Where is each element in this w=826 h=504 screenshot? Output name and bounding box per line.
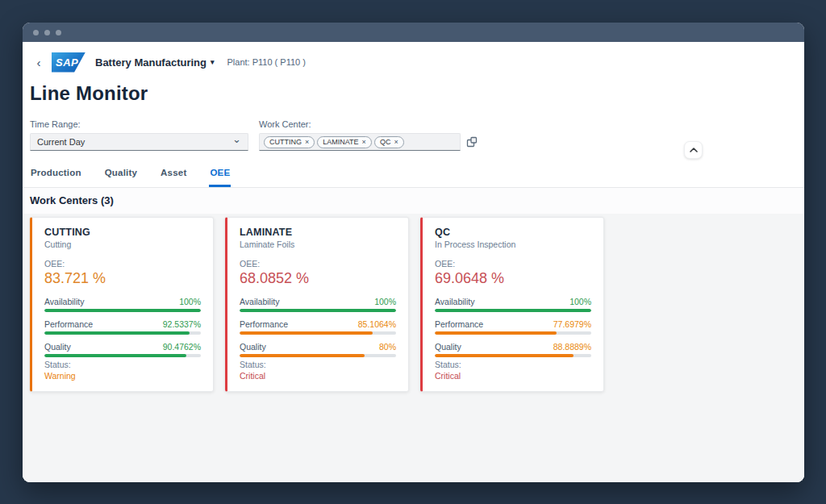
progress-bar bbox=[435, 309, 591, 312]
progress-bar bbox=[44, 331, 201, 335]
token-remove-icon[interactable]: × bbox=[394, 138, 398, 146]
kpi-quality: Quality 80% bbox=[240, 342, 396, 357]
token-cutting[interactable]: CUTTING × bbox=[264, 136, 315, 148]
page-title: Line Monitor bbox=[23, 74, 804, 105]
kpi-performance: Performance 92.5337% bbox=[44, 319, 201, 335]
time-range-label: Time Range: bbox=[30, 119, 248, 129]
kpi-value: 100% bbox=[569, 297, 591, 306]
kpi-value: 88.8889% bbox=[553, 342, 591, 352]
browser-window: ‹ SAP Battery Manufacturing ▾ Plant: P11… bbox=[23, 23, 804, 482]
oee-value: 83.721 % bbox=[44, 270, 201, 287]
progress-bar bbox=[44, 309, 201, 312]
card-title: CUTTING bbox=[44, 227, 201, 238]
kpi-value: 85.1064% bbox=[358, 319, 396, 329]
app-title-dropdown[interactable]: Battery Manufacturing ▾ bbox=[95, 56, 215, 69]
card-description: In Process Inspection bbox=[435, 240, 591, 249]
status-label: Status: bbox=[240, 360, 396, 369]
status-label: Status: bbox=[435, 360, 591, 369]
progress-bar bbox=[240, 309, 396, 312]
token-qc[interactable]: QC × bbox=[374, 136, 404, 148]
kpi-value: 100% bbox=[179, 297, 201, 306]
work-center-card-laminate[interactable]: LAMINATE Laminate Foils OEE: 68.0852 % A… bbox=[225, 217, 409, 392]
time-range-filter: Time Range: Current Day ⌄ bbox=[30, 119, 248, 151]
section-title: Work Centers (3) bbox=[23, 188, 804, 214]
status-badge: Warning bbox=[44, 371, 201, 381]
status-block: Status: Critical bbox=[435, 360, 591, 381]
kpi-availability: Availability 100% bbox=[435, 297, 591, 312]
work-center-card-qc[interactable]: QC In Process Inspection OEE: 69.0648 % … bbox=[420, 217, 604, 392]
window-control-dot[interactable] bbox=[44, 30, 50, 35]
work-center-card-cutting[interactable]: CUTTING Cutting OEE: 83.721 % Availabili… bbox=[30, 217, 214, 392]
app-content: ‹ SAP Battery Manufacturing ▾ Plant: P11… bbox=[23, 42, 804, 482]
progress-bar bbox=[435, 354, 591, 357]
work-center-label: Work Center: bbox=[259, 119, 478, 129]
kpi-performance: Performance 85.1064% bbox=[240, 319, 396, 335]
tab-bar: Production Quality Asset OEE bbox=[23, 162, 804, 188]
work-center-filter: Work Center: CUTTING × LAMINATE × QC bbox=[259, 119, 478, 151]
status-badge: Critical bbox=[240, 371, 396, 381]
window-titlebar bbox=[23, 23, 804, 42]
progress-bar bbox=[44, 354, 201, 357]
kpi-value: 90.4762% bbox=[163, 342, 201, 352]
oee-value: 68.0852 % bbox=[240, 270, 396, 287]
shell-header: ‹ SAP Battery Manufacturing ▾ Plant: P11… bbox=[23, 42, 804, 74]
kpi-performance: Performance 77.6979% bbox=[435, 319, 591, 335]
kpi-value: 77.6979% bbox=[553, 319, 591, 329]
window-control-dot[interactable] bbox=[56, 30, 61, 35]
tab-asset[interactable]: Asset bbox=[160, 162, 187, 187]
kpi-value: 80% bbox=[379, 342, 396, 352]
card-description: Laminate Foils bbox=[240, 240, 396, 249]
status-label: Status: bbox=[44, 360, 201, 369]
token-remove-icon[interactable]: × bbox=[305, 138, 309, 146]
collapse-header-button[interactable] bbox=[684, 141, 703, 159]
card-description: Cutting bbox=[44, 240, 201, 249]
oee-label: OEE: bbox=[44, 259, 201, 269]
kpi-availability: Availability 100% bbox=[44, 297, 201, 312]
time-range-select[interactable]: Current Day ⌄ bbox=[30, 133, 248, 151]
kpi-value: 100% bbox=[374, 297, 396, 306]
work-center-input[interactable]: CUTTING × LAMINATE × QC × bbox=[259, 133, 461, 151]
kpi-quality: Quality 90.4762% bbox=[44, 342, 201, 357]
status-block: Status: Critical bbox=[240, 360, 396, 381]
plant-label: Plant: P110 ( P110 ) bbox=[227, 57, 306, 67]
chevron-down-icon: ▾ bbox=[211, 58, 215, 66]
app-title-label: Battery Manufacturing bbox=[95, 56, 206, 69]
tab-quality[interactable]: Quality bbox=[104, 162, 138, 187]
work-center-card-area: CUTTING Cutting OEE: 83.721 % Availabili… bbox=[23, 214, 804, 482]
token-laminate[interactable]: LAMINATE × bbox=[317, 136, 372, 148]
kpi-value: 92.5337% bbox=[163, 319, 201, 329]
status-badge: Critical bbox=[435, 371, 591, 381]
chevron-down-icon: ⌄ bbox=[232, 135, 241, 144]
oee-label: OEE: bbox=[435, 259, 591, 269]
value-help-icon[interactable] bbox=[466, 136, 478, 148]
oee-label: OEE: bbox=[240, 259, 396, 269]
progress-bar bbox=[240, 331, 396, 335]
sap-logo: SAP bbox=[52, 52, 86, 73]
progress-bar bbox=[435, 331, 591, 335]
tab-production[interactable]: Production bbox=[30, 162, 82, 187]
back-button[interactable]: ‹ bbox=[29, 52, 48, 72]
progress-bar bbox=[240, 354, 396, 357]
time-range-value: Current Day bbox=[37, 137, 232, 147]
chevron-up-icon bbox=[690, 148, 698, 152]
card-title: LAMINATE bbox=[240, 227, 396, 238]
window-control-dot[interactable] bbox=[33, 30, 39, 35]
kpi-availability: Availability 100% bbox=[240, 297, 396, 312]
tab-zone: Production Quality Asset OEE bbox=[23, 162, 804, 188]
status-block: Status: Warning bbox=[44, 360, 201, 381]
back-chevron-icon: ‹ bbox=[37, 56, 41, 69]
kpi-quality: Quality 88.8889% bbox=[435, 342, 591, 357]
token-remove-icon[interactable]: × bbox=[362, 138, 366, 146]
oee-value: 69.0648 % bbox=[435, 270, 591, 287]
card-title: QC bbox=[435, 227, 591, 238]
tab-oee[interactable]: OEE bbox=[209, 162, 231, 187]
